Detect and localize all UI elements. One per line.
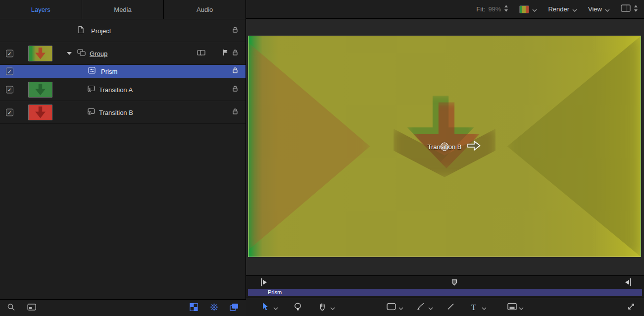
display-icon bbox=[621, 4, 631, 14]
filter-icon bbox=[88, 67, 96, 76]
chevron-down-icon[interactable] bbox=[398, 303, 403, 312]
thumbnail-view-icon[interactable] bbox=[27, 304, 36, 313]
in-point-marker[interactable] bbox=[261, 278, 267, 289]
down-arrow-graphic bbox=[35, 106, 46, 118]
channel-select[interactable] bbox=[519, 5, 537, 14]
gear-icon[interactable] bbox=[210, 303, 218, 314]
lock-icon[interactable] bbox=[232, 67, 238, 76]
fit-label: Fit: bbox=[476, 5, 485, 13]
timeline-layer-bar[interactable]: Prism bbox=[248, 289, 642, 296]
row-project[interactable]: Project bbox=[0, 19, 246, 42]
paint-stroke-tool-icon[interactable] bbox=[416, 302, 425, 313]
row-transition-a[interactable]: ✓ Transition A bbox=[0, 78, 246, 101]
out-point-marker[interactable] bbox=[625, 278, 631, 289]
checkerboard-icon[interactable] bbox=[190, 303, 198, 314]
overlap-squares-icon[interactable] bbox=[197, 49, 205, 58]
lock-icon[interactable] bbox=[232, 85, 238, 94]
layers-panel-footer bbox=[0, 299, 246, 316]
adjust-tool-icon[interactable] bbox=[294, 302, 302, 313]
chevron-down-icon bbox=[572, 5, 577, 14]
display-layout-control[interactable] bbox=[621, 4, 638, 14]
line-tool-icon[interactable] bbox=[447, 303, 454, 312]
project-label: Project bbox=[91, 27, 111, 34]
media-icon bbox=[87, 85, 95, 94]
row-group[interactable]: ✓ Group bbox=[0, 42, 246, 65]
chevron-down-icon[interactable] bbox=[482, 303, 487, 312]
document-icon bbox=[78, 26, 84, 35]
group-thumbnail[interactable] bbox=[28, 46, 52, 61]
canvas-image[interactable]: Transition B bbox=[248, 36, 641, 257]
canvas-toolbar: T bbox=[246, 298, 644, 316]
timeline-bar-label: Prism bbox=[268, 289, 282, 295]
layers-panel: Layers Media Audio Project ✓ Group bbox=[0, 0, 246, 316]
hand-tool-icon[interactable] bbox=[318, 302, 327, 313]
lock-icon[interactable] bbox=[232, 108, 238, 117]
motion-direction-arrow[interactable] bbox=[467, 140, 481, 153]
lock-icon[interactable] bbox=[232, 26, 238, 35]
panel-tabbar: Layers Media Audio bbox=[0, 0, 246, 19]
chevron-down-icon[interactable] bbox=[330, 303, 335, 312]
select-tool-icon[interactable] bbox=[261, 302, 268, 313]
lock-icon[interactable] bbox=[232, 49, 238, 58]
center-handle[interactable] bbox=[441, 142, 449, 151]
color-channel-thumb bbox=[519, 5, 529, 13]
view-label: View bbox=[588, 5, 602, 13]
flag-icon[interactable] bbox=[222, 49, 229, 58]
transition-a-checkbox[interactable]: ✓ bbox=[6, 86, 13, 93]
row-prism-selected[interactable]: ✓ Prism bbox=[0, 65, 246, 78]
tab-layers[interactable]: Layers bbox=[0, 0, 82, 19]
prism-checkbox[interactable]: ✓ bbox=[6, 68, 13, 75]
chevron-down-icon[interactable] bbox=[273, 303, 278, 312]
down-arrow-graphic bbox=[35, 48, 46, 59]
transition-a-thumbnail[interactable] bbox=[28, 82, 52, 98]
shape-tool-icon[interactable] bbox=[387, 303, 396, 312]
viewer-toolbar: Fit: 99% Render View bbox=[246, 0, 644, 19]
down-arrow-graphic bbox=[35, 84, 46, 96]
chevron-down-icon[interactable] bbox=[519, 303, 524, 312]
group-label: Group bbox=[90, 50, 107, 57]
transition-b-checkbox[interactable]: ✓ bbox=[6, 108, 13, 116]
chevron-down-icon bbox=[532, 5, 537, 14]
disclosure-triangle-icon[interactable] bbox=[67, 52, 72, 55]
media-icon bbox=[87, 108, 95, 117]
zoom-value: 99% bbox=[488, 5, 501, 13]
tab-media[interactable]: Media bbox=[82, 0, 164, 19]
tab-audio[interactable]: Audio bbox=[163, 0, 246, 19]
prism-label: Prism bbox=[101, 68, 117, 75]
stepper-icon[interactable] bbox=[634, 4, 638, 14]
render-menu[interactable]: Render bbox=[548, 5, 577, 14]
viewer-panel: Fit: 99% Render View bbox=[246, 0, 644, 316]
chevron-down-icon[interactable] bbox=[428, 303, 433, 312]
blended-left-triangle bbox=[248, 43, 370, 250]
fullscreen-icon[interactable] bbox=[627, 303, 635, 313]
group-icon bbox=[77, 49, 86, 58]
search-icon[interactable] bbox=[7, 303, 15, 314]
mini-timeline: Prism bbox=[246, 275, 644, 298]
render-label: Render bbox=[548, 5, 569, 13]
transition-b-label: Transition B bbox=[99, 108, 133, 116]
stepper-icon[interactable] bbox=[504, 4, 508, 14]
layout-tool-icon[interactable] bbox=[507, 303, 517, 312]
group-checkbox[interactable]: ✓ bbox=[6, 50, 13, 57]
motion-app-window: Layers Media Audio Project ✓ Group bbox=[0, 0, 644, 316]
layers-stack-icon[interactable] bbox=[230, 303, 239, 313]
transition-b-thumbnail[interactable] bbox=[28, 105, 52, 120]
blended-right-triangle bbox=[507, 36, 641, 257]
zoom-control[interactable]: Fit: 99% bbox=[476, 4, 508, 14]
row-transition-b[interactable]: ✓ Transition B bbox=[0, 101, 246, 124]
canvas-area: Transition B bbox=[246, 19, 644, 275]
transition-a-label: Transition A bbox=[99, 86, 133, 93]
playhead-marker[interactable] bbox=[451, 279, 457, 288]
text-tool-icon[interactable]: T bbox=[471, 303, 476, 312]
view-menu[interactable]: View bbox=[588, 5, 610, 14]
chevron-down-icon bbox=[605, 5, 610, 14]
